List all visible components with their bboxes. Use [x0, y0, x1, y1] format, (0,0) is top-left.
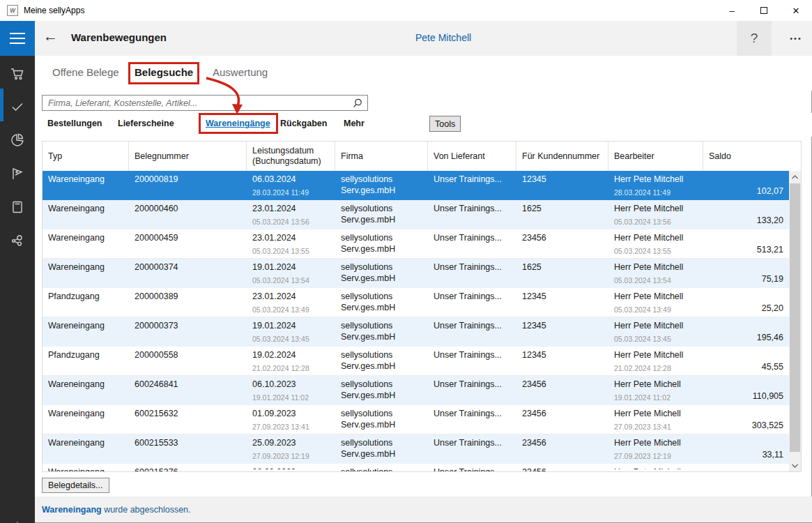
help-button[interactable]: ?: [737, 21, 772, 56]
column-header-belegnummer[interactable]: Belegnummer: [129, 142, 247, 171]
more-options-button[interactable]: •••: [782, 26, 810, 50]
table-row[interactable]: Pfandzugang 200000558 19.02.202421.02.20…: [43, 347, 789, 376]
column-header-firma[interactable]: Firma: [335, 142, 428, 171]
cell-firma-line1: sellysolutions: [341, 174, 422, 185]
cell-leistungsdatum: 06.03.2024: [252, 174, 330, 185]
close-button[interactable]: ✕: [780, 0, 812, 21]
status-highlight: Wareneingang: [42, 505, 102, 515]
cell-kundennummer: 12345: [522, 174, 603, 185]
table-row[interactable]: Wareneingang 200000373 19.01.202405.03.2…: [43, 317, 789, 347]
column-header-von-lieferant[interactable]: Von Lieferant: [428, 142, 516, 171]
cell-buchungsdatum: 05.03.2024 13:55: [252, 247, 330, 255]
column-header-leistungsdatum[interactable]: Leistungsdatum (Buchungsdatum): [247, 142, 335, 171]
cell-leistungsdatum: 23.01.2024: [252, 232, 330, 243]
vertical-scrollbar[interactable]: [789, 171, 801, 471]
cell-typ: Wareneingang: [48, 232, 123, 243]
filter-rueckgaben[interactable]: Rückgaben: [280, 119, 327, 128]
column-header-typ[interactable]: Typ: [43, 142, 129, 171]
cell-bearbeiter-datum: 27.09.2023 12:19: [614, 452, 698, 460]
cell-bearbeiter: Herr Pete Michell: [614, 408, 698, 419]
maximize-button[interactable]: [748, 0, 780, 21]
filter-mehr[interactable]: Mehr: [344, 119, 365, 128]
filter-bestellungen[interactable]: Bestellungen: [47, 119, 102, 128]
cell-buchungsdatum: 21.02.2024 12:28: [252, 364, 330, 372]
sidebar-item-share[interactable]: [0, 224, 35, 257]
table-header: Typ Belegnummer Leistungsdatum (Buchungs…: [43, 142, 801, 171]
filter-wareneingaenge[interactable]: Wareneingänge: [206, 119, 270, 128]
column-header-fuer-kundennummer[interactable]: Für Kundennummer: [516, 142, 608, 171]
sidebar-item-prices[interactable]: [0, 157, 35, 190]
cell-firma-line2: Serv.ges.mbH: [341, 331, 422, 342]
cell-buchungsdatum: 28.03.2024 11:49: [252, 188, 330, 197]
cell-bearbeiter-datum: 05.03.2024 13:54: [614, 276, 698, 285]
app-title: Meine sellyApps: [24, 6, 84, 15]
cell-belegnummer: 200000389: [135, 291, 241, 302]
cell-bearbeiter-datum: 05.03.2024 13:56: [614, 218, 698, 226]
cell-kundennummer: 23456: [522, 232, 603, 243]
cell-belegnummer: 200000459: [135, 232, 241, 243]
cell-von-lieferant: Unser Trainings...: [434, 437, 511, 448]
cell-leistungsdatum: 19.01.2024: [252, 262, 330, 273]
cell-buchungsdatum: 27.09.2023 13:41: [252, 423, 330, 431]
filter-lieferscheine[interactable]: Lieferscheine: [118, 119, 174, 128]
cell-belegnummer: 600215533: [135, 437, 241, 448]
table-row[interactable]: Pfandzugang 200000389 23.01.202405.03.20…: [43, 288, 789, 317]
search-icon[interactable]: [352, 98, 363, 109]
minimize-button[interactable]: –: [716, 0, 748, 21]
tab-belegsuche[interactable]: Belegsuche: [135, 66, 193, 78]
scroll-up-arrow-icon[interactable]: [789, 171, 801, 183]
cell-buchungsdatum: 19.01.2024 11:02: [252, 393, 330, 402]
cell-belegnummer: 200000373: [135, 320, 241, 331]
book-icon: [10, 199, 25, 215]
table-row[interactable]: Wareneingang 200000460 23.01.202405.03.2…: [43, 200, 789, 229]
title-bar: w Meine sellyApps – ✕: [0, 0, 812, 21]
cell-bearbeiter: Herr Pete Michell: [614, 379, 698, 390]
belegdetails-button[interactable]: Belegdetails...: [42, 478, 109, 493]
cell-bearbeiter: Herr Pete Mitchell: [614, 320, 698, 331]
cell-leistungsdatum: 25.09.2023: [252, 437, 330, 448]
table-row[interactable]: Wareneingang 600215533 25.09.202327.09.2…: [43, 434, 789, 464]
cell-bearbeiter-datum: 05.03.2024 13:45: [614, 335, 698, 343]
cell-firma-line1: sellysolutions: [341, 203, 422, 214]
settings-button[interactable]: [0, 510, 35, 523]
search-input[interactable]: [47, 96, 339, 109]
cell-firma-line2: Serv.ges.mbH: [341, 448, 422, 460]
table-row[interactable]: Wareneingang 600215376 26.09.2023 sellys…: [43, 464, 789, 471]
sidebar-item-goods-movements[interactable]: [0, 90, 35, 123]
scroll-down-arrow-icon[interactable]: [789, 460, 801, 471]
table-row[interactable]: Wareneingang 200000374 19.01.202405.03.2…: [43, 259, 789, 288]
user-name[interactable]: Pete Mitchell: [415, 32, 471, 43]
back-button[interactable]: ←: [43, 28, 58, 45]
cell-bearbeiter: Herr Pete Michell: [614, 437, 698, 448]
table-row[interactable]: Wareneingang 200000819 06.03.202428.03.2…: [43, 171, 789, 200]
cell-von-lieferant: Unser Trainings...: [434, 379, 511, 390]
table-row[interactable]: Wareneingang 600215632 01.09.202327.09.2…: [43, 405, 789, 434]
column-header-saldo[interactable]: Saldo: [703, 142, 789, 171]
cell-saldo: 133,20: [757, 215, 783, 225]
sidebar-item-catalog[interactable]: [0, 190, 35, 223]
column-header-bearbeiter[interactable]: Bearbeiter: [608, 142, 703, 171]
cell-von-lieferant: Unser Trainings...: [434, 320, 511, 331]
hamburger-menu-button[interactable]: [0, 21, 35, 56]
cell-typ: Wareneingang: [48, 408, 123, 419]
sidebar-item-statistics[interactable]: [0, 123, 35, 156]
cell-typ: Wareneingang: [48, 467, 123, 471]
scrollbar-thumb[interactable]: [790, 183, 800, 452]
tab-auswertung[interactable]: Auswertung: [213, 66, 268, 78]
cell-typ: Wareneingang: [48, 174, 123, 185]
pivot-tab-bar: Offene Belege Belegsuche Auswertung: [35, 56, 812, 91]
page-header: ← Warenbewegungen Pete Mitchell ? •••: [35, 21, 812, 56]
cell-saldo: 303,525: [752, 420, 783, 430]
results-table: Typ Belegnummer Leistungsdatum (Buchungs…: [42, 141, 802, 472]
cell-von-lieferant: Unser Trainings...: [434, 467, 511, 471]
table-row[interactable]: Wareneingang 200000459 23.01.202405.03.2…: [43, 229, 789, 259]
tools-button[interactable]: Tools: [429, 116, 461, 132]
table-row[interactable]: Wareneingang 600246841 06.10.202319.01.2…: [43, 376, 789, 405]
cell-kundennummer: 23456: [522, 437, 603, 448]
cell-kundennummer: 23456: [522, 379, 603, 390]
tab-offene-belege[interactable]: Offene Belege: [52, 66, 119, 78]
pennant-icon: [10, 166, 25, 181]
ellipsis-icon: •••: [790, 34, 802, 43]
cell-buchungsdatum: 05.03.2024 13:56: [252, 218, 330, 226]
sidebar-item-cart[interactable]: [0, 57, 35, 90]
